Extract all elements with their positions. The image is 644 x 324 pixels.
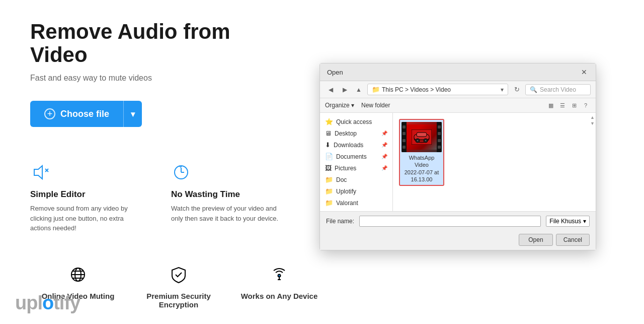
sidebar-quick-access-label: Quick access bbox=[336, 118, 372, 125]
sidebar-desktop-label: Desktop bbox=[335, 130, 357, 137]
globe-icon bbox=[68, 265, 88, 287]
search-icon: 🔍 bbox=[530, 86, 537, 93]
feature-no-wasting-time-title: No Wasting Time bbox=[171, 189, 240, 200]
sidebar-doc-label: Doc bbox=[336, 176, 347, 183]
bottom-feature-works-any-device: Works on Any Device bbox=[231, 265, 327, 309]
dialog-footer: File name: File Khusus ▾ bbox=[320, 211, 596, 231]
dialog-body: ⭐ Quick access 🖥 Desktop 📌 ⬇ Downloads 📌… bbox=[320, 113, 596, 211]
choose-file-label: Choose file bbox=[60, 109, 109, 119]
file-name-input[interactable] bbox=[359, 216, 541, 227]
organize-button[interactable]: Organize ▾ bbox=[325, 102, 354, 109]
search-bar[interactable]: 🔍 Search Video bbox=[525, 84, 591, 95]
dialog-close-button[interactable]: ✕ bbox=[580, 68, 589, 77]
pictures-icon: 🖼 bbox=[325, 164, 332, 172]
svg-marker-0 bbox=[34, 166, 42, 179]
sidebar-valorant[interactable]: 📁 Valorant bbox=[320, 197, 392, 209]
folder-doc-icon: 📁 bbox=[325, 176, 333, 183]
sidebar-uplotify-label: Uplotify bbox=[336, 188, 356, 195]
sidebar-downloads-label: Downloads bbox=[334, 142, 363, 149]
documents-icon: 📄 bbox=[325, 153, 333, 160]
back-button[interactable]: ◀ bbox=[325, 84, 336, 95]
main-files-panel[interactable]: ▲ ▼ bbox=[393, 113, 596, 211]
forward-button[interactable]: ▶ bbox=[339, 84, 350, 95]
search-placeholder: Search Video bbox=[540, 86, 576, 93]
scroll-down-button[interactable]: ▼ bbox=[590, 121, 595, 126]
sidebar-panel: ⭐ Quick access 🖥 Desktop 📌 ⬇ Downloads 📌… bbox=[320, 113, 393, 211]
sidebar-doc[interactable]: 📁 Doc bbox=[320, 174, 392, 185]
svg-point-13 bbox=[425, 140, 427, 142]
pin-icon-2: 📌 bbox=[381, 142, 387, 148]
dialog-titlebar: Open ✕ bbox=[320, 63, 596, 81]
downloads-icon: ⬇ bbox=[325, 141, 331, 149]
page-title: Remove Audio from Video bbox=[30, 20, 292, 67]
feature-simple-editor-desc: Remove sound from any video by clicking … bbox=[30, 204, 141, 233]
view-large-button[interactable]: ⊞ bbox=[569, 100, 579, 110]
file-name-label: WhatsApp Video2022-07-07 at16.13.00 bbox=[402, 154, 441, 183]
sidebar-uplotify[interactable]: 📁 Uplotify bbox=[320, 185, 392, 197]
sidebar-pictures[interactable]: 🖼 Pictures 📌 bbox=[320, 162, 392, 174]
desktop-icon: 🖥 bbox=[325, 129, 332, 137]
volume-off-icon bbox=[30, 162, 50, 184]
pin-icon: 📌 bbox=[381, 131, 387, 136]
file-name-field-label: File name: bbox=[326, 218, 354, 225]
logo-o: o bbox=[42, 292, 53, 313]
view-list-button[interactable]: ▦ bbox=[546, 100, 556, 110]
dialog-footer-buttons: Open Cancel bbox=[320, 231, 596, 250]
film-strip-right bbox=[437, 122, 442, 152]
sidebar-documents[interactable]: 📄 Documents 📌 bbox=[320, 151, 392, 162]
view-details-button[interactable]: ☰ bbox=[557, 100, 568, 110]
up-button[interactable]: ▲ bbox=[353, 84, 364, 95]
svg-point-11 bbox=[417, 140, 419, 142]
cancel-button[interactable]: Cancel bbox=[556, 234, 590, 246]
feature-no-wasting-time: No Wasting Time Watch the preview of you… bbox=[171, 162, 282, 233]
star-icon: ⭐ bbox=[325, 118, 333, 125]
sidebar-valorant-label: Valorant bbox=[336, 200, 358, 207]
works-any-device-title: Works on Any Device bbox=[241, 292, 318, 300]
sidebar-desktop[interactable]: 🖥 Desktop 📌 bbox=[320, 127, 392, 139]
pin-icon-3: 📌 bbox=[381, 154, 387, 159]
video-preview bbox=[407, 124, 437, 150]
folder-icon: 📁 bbox=[372, 86, 380, 93]
plus-icon: + bbox=[44, 108, 55, 119]
bottom-feature-premium-security: Premium Security Encryption bbox=[131, 265, 226, 309]
scroll-up-button[interactable]: ▲ bbox=[590, 115, 595, 120]
dropdown-arrow[interactable]: ▾ bbox=[124, 101, 142, 127]
feature-no-wasting-time-desc: Watch the preview of your video and only… bbox=[171, 204, 282, 223]
dialog-toolbar: ◀ ▶ ▲ 📁 This PC > Videos > Video ▾ ↻ 🔍 S… bbox=[320, 81, 596, 98]
feature-simple-editor-title: Simple Editor bbox=[30, 189, 86, 200]
logo: uplotify bbox=[15, 292, 80, 314]
file-item-whatsapp-video[interactable]: WhatsApp Video2022-07-07 at16.13.00 bbox=[399, 119, 444, 186]
file-type-dropdown-icon: ▾ bbox=[583, 218, 586, 225]
folder-valorant-icon: 📁 bbox=[325, 199, 333, 207]
svg-rect-9 bbox=[417, 133, 427, 137]
feature-simple-editor: Simple Editor Remove sound from any vide… bbox=[30, 162, 141, 233]
page-subtitle: Fast and easy way to mute videos bbox=[30, 74, 292, 83]
premium-security-title: Premium Security Encryption bbox=[131, 292, 226, 309]
new-folder-button[interactable]: New folder bbox=[361, 102, 390, 109]
file-type-select[interactable]: File Khusus ▾ bbox=[546, 216, 590, 227]
dialog-title: Open bbox=[327, 69, 343, 76]
wifi-broadcast-icon bbox=[269, 265, 289, 287]
folder-uplotify-icon: 📁 bbox=[325, 187, 333, 195]
breadcrumb-path: This PC > Videos > Video bbox=[382, 86, 451, 93]
pin-icon-4: 📌 bbox=[381, 165, 387, 171]
logo-text: uplotify bbox=[15, 292, 80, 314]
dialog-actions-bar: Organize ▾ New folder ▦ ☰ ⊞ ? bbox=[320, 98, 596, 113]
sidebar-pictures-label: Pictures bbox=[335, 165, 356, 172]
refresh-button[interactable]: ↻ bbox=[511, 84, 522, 95]
file-type-label: File Khusus bbox=[549, 218, 581, 225]
sidebar-documents-label: Documents bbox=[336, 153, 367, 160]
breadcrumb-bar[interactable]: 📁 This PC > Videos > Video ▾ bbox=[367, 84, 508, 95]
breadcrumb-dropdown[interactable]: ▾ bbox=[501, 86, 504, 93]
svg-point-19 bbox=[278, 275, 281, 277]
sidebar-downloads[interactable]: ⬇ Downloads 📌 bbox=[320, 139, 392, 151]
shield-icon bbox=[169, 265, 189, 287]
open-button[interactable]: Open bbox=[519, 234, 552, 246]
video-thumbnail bbox=[401, 122, 442, 152]
file-open-dialog: Open ✕ ◀ ▶ ▲ 📁 This PC > Videos > Video … bbox=[319, 63, 596, 250]
sidebar-quick-access[interactable]: ⭐ Quick access bbox=[320, 116, 392, 127]
file-grid: WhatsApp Video2022-07-07 at16.13.00 bbox=[397, 117, 592, 188]
choose-file-button[interactable]: + Choose file ▾ bbox=[30, 101, 142, 127]
clock-icon bbox=[171, 162, 191, 184]
help-button[interactable]: ? bbox=[581, 100, 591, 110]
